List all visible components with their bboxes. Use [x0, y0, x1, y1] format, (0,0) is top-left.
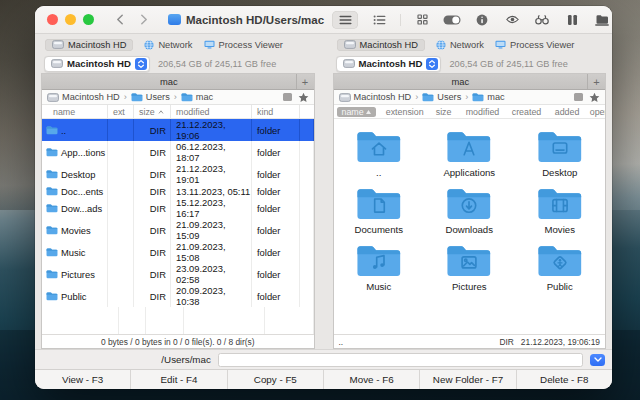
grid-view-button[interactable] [413, 11, 431, 29]
column-header-added[interactable]: added [551, 107, 586, 117]
grid-item-public[interactable]: Public [515, 241, 606, 292]
column-header-modified[interactable]: modified [462, 107, 508, 117]
move-f6-button[interactable]: Move - F6 [324, 370, 420, 389]
stepper-icon[interactable] [426, 58, 438, 70]
tab-macintosh-hd[interactable]: Macintosh HD [45, 39, 133, 51]
cell-ext [108, 119, 134, 141]
detail-view-icon [373, 15, 386, 25]
panel-toggle-icon[interactable] [574, 93, 583, 101]
zoom-window-button[interactable] [83, 14, 94, 25]
grid-item-movies[interactable]: Movies [515, 184, 606, 235]
cell-ext [108, 241, 134, 263]
delete-f8-button[interactable]: Delete - F8 [517, 370, 612, 389]
list-view-button[interactable] [332, 11, 358, 29]
grid-item-desktop[interactable]: Desktop [515, 127, 606, 178]
star-icon[interactable] [589, 92, 600, 103]
column-header-name[interactable]: name [337, 107, 376, 117]
table-row[interactable]: Pictures DIR 23.09.2023, 02:58 folder [42, 263, 314, 285]
grid-item-documents[interactable]: Documents [334, 184, 425, 235]
copy-f5-button[interactable]: Copy - F5 [228, 370, 324, 389]
dual-pane-button[interactable] [563, 11, 581, 29]
info-button[interactable] [473, 11, 491, 29]
table-row[interactable]: Movies DIR 21.09.2023, 15:09 folder [42, 219, 314, 241]
back-button[interactable] [116, 14, 124, 25]
eye-icon [506, 15, 519, 24]
panel-toggle-icon[interactable] [283, 93, 292, 101]
grid-item-downloads[interactable]: Downloads [424, 184, 515, 235]
column-header-ext[interactable]: ext [108, 105, 134, 118]
column-header-name[interactable]: name [42, 105, 108, 118]
breadcrumb-item[interactable]: Macintosh HD [62, 92, 120, 102]
tab-network[interactable]: Network [144, 40, 192, 50]
tab-macintosh-hd[interactable]: Macintosh HD [337, 39, 425, 51]
edit-f4-button[interactable]: Edit - F4 [131, 370, 227, 389]
table-row[interactable]: Desktop DIR 21.12.2023, 19:01 folder [42, 163, 314, 185]
column-label: name [342, 107, 364, 117]
column-header-modified[interactable]: modified [171, 105, 252, 118]
table-row[interactable]: .. DIR 21.12.2023, 19:06 folder [42, 119, 314, 141]
toggle-button[interactable] [443, 11, 461, 29]
grid-item-music[interactable]: Music [334, 241, 425, 292]
breadcrumb-item[interactable]: Users [437, 92, 461, 102]
new-folder-f7-button[interactable]: New Folder - F7 [420, 370, 516, 389]
tab-network[interactable]: Network [436, 40, 484, 50]
table-row[interactable]: Music DIR 21.09.2023, 15:08 folder [42, 241, 314, 263]
cell-modified: 21.12.2023, 19:01 [171, 163, 252, 185]
cell-size: DIR [134, 263, 171, 285]
column-header-kind[interactable]: kind [252, 105, 300, 118]
forward-button[interactable] [140, 14, 148, 25]
preview-button[interactable] [503, 11, 521, 29]
detail-view-button[interactable] [370, 11, 388, 29]
command-input[interactable] [218, 353, 583, 367]
column-header-extension[interactable]: extension [382, 107, 432, 117]
grid-item-parent[interactable]: .. [334, 127, 425, 178]
tab-label: Network [158, 40, 192, 50]
pane-splitter[interactable] [323, 34, 325, 349]
column-header-created[interactable]: created [508, 107, 551, 117]
breadcrumb-item[interactable]: Users [146, 92, 170, 102]
table-row[interactable]: App...tions DIR 06.12.2023, 18:07 folder [42, 141, 314, 163]
desktop-icon [537, 127, 583, 164]
device-selector[interactable]: Macintosh HD [336, 56, 442, 72]
globe-icon [144, 40, 154, 50]
grid-item-applications[interactable]: Applications [424, 127, 515, 178]
list-view-icon [339, 15, 352, 25]
left-connection-tabs: Macintosh HD Network Process Viewer [41, 34, 315, 53]
minimize-window-button[interactable] [65, 14, 76, 25]
grid-item-pictures[interactable]: Pictures [424, 241, 515, 292]
table-row[interactable]: Doc...ents DIR 13.11.2023, 05:11 folder [42, 185, 314, 197]
new-tab-button[interactable]: + [587, 74, 605, 89]
stepper-icon[interactable] [135, 58, 147, 70]
cursor-item-modified: 21.12.2023, 19:06:19 [521, 337, 600, 347]
column-label: size [139, 107, 155, 117]
table-row[interactable]: Dow...ads DIR 15.12.2023, 16:17 folder [42, 197, 314, 219]
titlebar: Macintosh HD/Users/mac [35, 6, 612, 34]
device-selector[interactable]: Macintosh HD [44, 56, 150, 72]
new-tab-button[interactable]: + [296, 74, 314, 89]
breadcrumb-item[interactable]: Macintosh HD [354, 92, 412, 102]
folder-icon [422, 92, 434, 102]
show-desktop-button[interactable] [593, 11, 611, 29]
disk-icon [339, 93, 351, 102]
close-window-button[interactable] [47, 14, 58, 25]
breadcrumb-item[interactable]: mac [487, 92, 504, 102]
breadcrumb-separator: › [124, 92, 127, 102]
tab-process-viewer[interactable]: Process Viewer [204, 40, 283, 50]
column-header-opened[interactable]: opened [586, 107, 605, 117]
cell-name: Movies [61, 225, 91, 236]
tab-label: Network [450, 40, 484, 50]
path-dropdown-button[interactable] [590, 354, 605, 366]
folder-tab-mac[interactable]: mac [42, 74, 296, 89]
view-f3-button[interactable]: View - F3 [35, 370, 131, 389]
folder-tab-mac[interactable]: mac [334, 74, 588, 89]
search-button[interactable] [533, 11, 551, 29]
tab-process-viewer[interactable]: Process Viewer [495, 40, 574, 50]
breadcrumb-item[interactable]: mac [196, 92, 213, 102]
column-header-size[interactable]: size [432, 107, 462, 117]
cell-ext [108, 163, 134, 185]
folder-icon [46, 169, 58, 179]
star-icon[interactable] [298, 92, 309, 103]
table-row[interactable]: Public DIR 20.09.2023, 10:38 folder [42, 285, 314, 307]
grid-item-label: Downloads [446, 224, 493, 235]
column-header-size[interactable]: size [134, 105, 171, 118]
